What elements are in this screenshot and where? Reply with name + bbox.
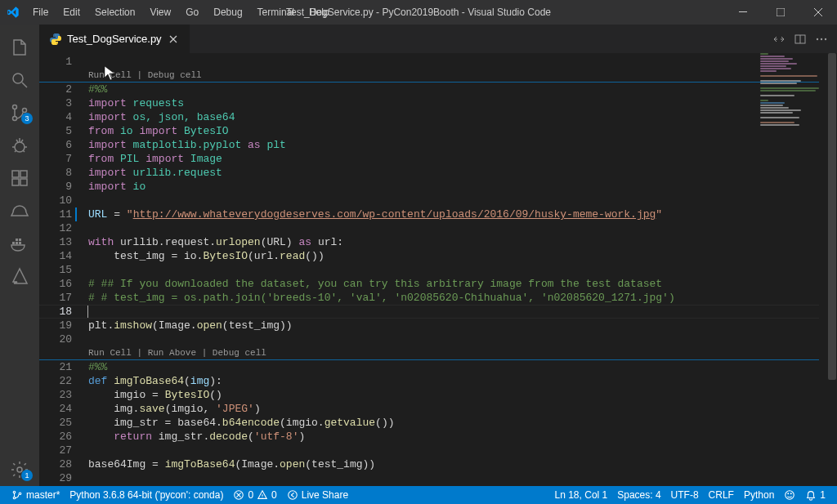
remote-icon[interactable] xyxy=(0,194,39,227)
svg-point-2 xyxy=(13,74,23,83)
scm-badge: 3 xyxy=(21,113,33,124)
codelens-cell1: Run Cell | Debug cell xyxy=(88,69,837,83)
status-python[interactable]: Python 3.6.8 64-bit ('pycon': conda) xyxy=(65,486,228,504)
more-icon[interactable] xyxy=(812,30,830,48)
tab-close-icon[interactable] xyxy=(167,33,180,46)
svg-rect-9 xyxy=(20,179,27,185)
status-encoding[interactable]: UTF-8 xyxy=(666,486,704,504)
status-eol[interactable]: CRLF xyxy=(704,486,739,504)
code[interactable]: Run Cell | Debug cell #%% import request… xyxy=(88,53,837,486)
menu-view[interactable]: View xyxy=(143,3,177,21)
menu-go[interactable]: Go xyxy=(179,3,205,21)
codelens-cell2: Run Cell | Run Above | Debug cell xyxy=(88,346,837,360)
status-problems[interactable]: 0 0 xyxy=(228,486,281,504)
svg-rect-10 xyxy=(20,171,27,177)
svg-rect-14 xyxy=(16,239,18,241)
main: 3 1 Test_DogService.py xyxy=(0,25,837,486)
svg-rect-1 xyxy=(777,8,785,16)
svg-rect-0 xyxy=(739,11,747,12)
tabs-bar: Test_DogService.py xyxy=(39,25,837,53)
explorer-icon[interactable] xyxy=(0,31,39,64)
app-logo xyxy=(7,6,20,19)
debug-cell-link[interactable]: Debug cell xyxy=(213,348,266,358)
svg-point-21 xyxy=(13,491,16,493)
python-file-icon xyxy=(49,33,62,46)
svg-point-18 xyxy=(817,38,818,39)
window-title: Test_DogService.py - PyCon2019Booth - Vi… xyxy=(286,7,551,18)
status-notifications[interactable]: 1 xyxy=(800,486,830,504)
svg-point-3 xyxy=(13,105,17,109)
svg-point-16 xyxy=(17,467,22,472)
title-bar: File Edit Selection View Go Debug Termin… xyxy=(0,0,837,25)
docker-icon[interactable] xyxy=(0,227,39,260)
debug-cell-link[interactable]: Debug cell xyxy=(148,70,202,80)
svg-point-20 xyxy=(825,38,826,39)
status-branch[interactable]: master* xyxy=(7,486,65,504)
menu-file[interactable]: File xyxy=(26,3,55,21)
svg-point-4 xyxy=(13,117,17,121)
debug-icon[interactable] xyxy=(0,129,39,162)
svg-point-27 xyxy=(788,493,789,494)
settings-icon[interactable]: 1 xyxy=(0,453,39,486)
svg-point-26 xyxy=(786,491,794,500)
svg-rect-7 xyxy=(12,171,19,177)
minimize-button[interactable] xyxy=(724,0,762,25)
svg-point-25 xyxy=(289,491,298,500)
svg-rect-8 xyxy=(12,179,19,185)
svg-point-19 xyxy=(821,38,822,39)
compare-icon[interactable] xyxy=(770,30,788,48)
status-lncol[interactable]: Ln 18, Col 1 xyxy=(550,486,613,504)
svg-rect-15 xyxy=(19,239,21,241)
svg-rect-11 xyxy=(12,242,15,244)
gutter: 1 2 3 4 5 6 7 8 9 10 11 12 13 14 15 16 1… xyxy=(39,53,88,486)
azure-icon[interactable] xyxy=(0,260,39,292)
status-spaces[interactable]: Spaces: 4 xyxy=(612,486,665,504)
run-cell-link[interactable]: Run Cell xyxy=(88,70,132,80)
scrollbar-thumb[interactable] xyxy=(828,53,836,380)
source-control-icon[interactable]: 3 xyxy=(0,96,39,129)
maximize-button[interactable] xyxy=(762,0,799,25)
search-icon[interactable] xyxy=(0,64,39,96)
settings-badge: 1 xyxy=(21,470,33,481)
run-above-link[interactable]: Run Above xyxy=(148,348,196,358)
svg-point-23 xyxy=(19,493,21,495)
svg-point-5 xyxy=(23,109,27,113)
status-feedback[interactable] xyxy=(779,486,800,504)
svg-point-28 xyxy=(791,493,792,494)
close-button[interactable] xyxy=(799,0,837,25)
editor-area: Test_DogService.py 1 2 3 4 5 6 7 8 xyxy=(39,25,837,486)
extensions-icon[interactable] xyxy=(0,162,39,194)
editor-actions xyxy=(770,30,837,48)
run-cell-link[interactable]: Run Cell xyxy=(88,348,132,358)
menu-edit[interactable]: Edit xyxy=(56,3,87,21)
activity-bar: 3 1 xyxy=(0,25,39,486)
status-language[interactable]: Python xyxy=(739,486,779,504)
svg-rect-13 xyxy=(19,242,21,244)
menu-selection[interactable]: Selection xyxy=(88,3,141,21)
status-liveshare[interactable]: Live Share xyxy=(282,486,353,504)
svg-rect-12 xyxy=(16,242,18,244)
scrollbar[interactable] xyxy=(826,53,837,486)
split-icon[interactable] xyxy=(791,30,809,48)
tab-label: Test_DogService.py xyxy=(67,33,162,45)
window-controls xyxy=(724,0,837,25)
menu-debug[interactable]: Debug xyxy=(207,3,248,21)
editor-content[interactable]: 1 2 3 4 5 6 7 8 9 10 11 12 13 14 15 16 1… xyxy=(39,53,837,486)
tab-active[interactable]: Test_DogService.py xyxy=(39,25,190,53)
status-bar: master* Python 3.6.8 64-bit ('pycon': co… xyxy=(0,486,837,504)
